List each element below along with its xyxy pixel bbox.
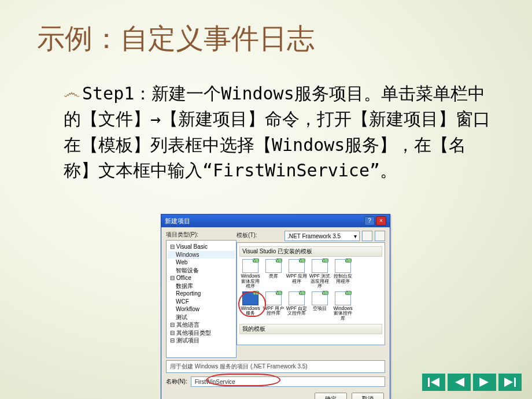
tree-item[interactable]: Windows: [168, 251, 235, 259]
template-item[interactable]: Windows 窗体应用程序: [239, 259, 261, 289]
tree-item[interactable]: Reporting: [168, 290, 235, 298]
svg-rect-0: [428, 378, 430, 387]
help-icon[interactable]: ?: [364, 216, 375, 226]
template-item[interactable]: 控制台应用程序: [332, 259, 354, 289]
small-icons-button[interactable]: [375, 231, 385, 241]
tree-item[interactable]: Workflow: [168, 305, 235, 313]
name-label: 名称(N):: [166, 378, 187, 386]
svg-rect-5: [514, 378, 516, 387]
framework-value: .NET Framework 3.5: [287, 233, 341, 239]
template-item[interactable]: WPF 应用程序: [286, 259, 308, 289]
body-text: ෴Step1：新建一个Windows服务项目。单击菜单栏中的【文件】→【新建项目…: [64, 81, 492, 184]
template-item[interactable]: Windows 窗体控件库: [332, 291, 354, 322]
nav-last-button[interactable]: [498, 374, 522, 391]
tree-item[interactable]: WCF: [168, 298, 235, 306]
tree-item[interactable]: 数据库: [168, 282, 235, 290]
chevron-down-icon: ▾: [354, 233, 357, 239]
template-item[interactable]: 类库: [263, 259, 285, 289]
framework-select[interactable]: .NET Framework 3.5▾: [285, 231, 360, 241]
tree-item[interactable]: Web: [168, 258, 235, 267]
bullet-icon: ෴: [64, 80, 80, 105]
nav-next-button[interactable]: [473, 374, 496, 391]
tree-item[interactable]: ⊟ Visual Basic: [168, 243, 235, 251]
svg-marker-1: [431, 378, 439, 387]
svg-marker-2: [455, 378, 464, 387]
dialog-titlebar: 新建项目 ? ×: [161, 215, 390, 227]
tree-item[interactable]: ⊟ Office: [168, 274, 235, 282]
tree-item[interactable]: ⊟ 其他语言: [168, 321, 235, 329]
new-project-dialog: 新建项目 ? × 项目类型(P): ⊟ Visual BasicWindowsW…: [161, 214, 390, 399]
body-content: Step1：新建一个Windows服务项目。单击菜单栏中的【文件】→【新建项目】…: [64, 83, 490, 180]
cancel-button[interactable]: 取消: [352, 393, 384, 399]
nav-buttons: [422, 374, 522, 391]
name-field[interactable]: FirstWinService: [191, 376, 385, 387]
template-description: 用于创建 Windows 服务的项目 (.NET Framework 3.5): [166, 360, 385, 373]
my-templates-header: 我的模板: [239, 324, 382, 334]
nav-prev-button[interactable]: [448, 374, 471, 391]
close-icon[interactable]: ×: [376, 216, 386, 226]
project-types-label: 项目类型(P):: [166, 231, 233, 239]
tree-item[interactable]: 测试: [168, 313, 235, 322]
installed-templates-header: Visual Studio 已安装的模板: [239, 246, 382, 257]
tree-item[interactable]: ⊟ 测试项目: [168, 337, 235, 345]
template-item[interactable]: WPF 用户控件库: [263, 291, 285, 322]
templates-gallery: Visual Studio 已安装的模板 Windows 窗体应用程序类库WPF…: [237, 242, 385, 345]
dialog-title: 新建项目: [165, 217, 190, 226]
svg-marker-3: [479, 378, 489, 387]
ok-button[interactable]: 确定: [315, 393, 347, 399]
slide-title: 示例：自定义事件日志: [37, 22, 315, 56]
nav-first-button[interactable]: [422, 374, 445, 391]
template-item[interactable]: WPF 自定义控件库: [286, 291, 308, 322]
template-item[interactable]: Windows 服务: [239, 291, 261, 322]
svg-marker-4: [504, 378, 513, 387]
tree-item[interactable]: ⊟ 其他项目类型: [168, 329, 235, 337]
tree-item[interactable]: 智能设备: [168, 267, 235, 275]
templates-label: 模板(T):: [237, 231, 282, 239]
large-icons-button[interactable]: [362, 231, 372, 241]
project-types-tree[interactable]: ⊟ Visual BasicWindowsWeb智能设备⊟ Office数据库R…: [166, 240, 237, 358]
template-item[interactable]: 空项目: [309, 291, 331, 322]
template-item[interactable]: WPF 浏览器应用程序: [309, 259, 331, 289]
